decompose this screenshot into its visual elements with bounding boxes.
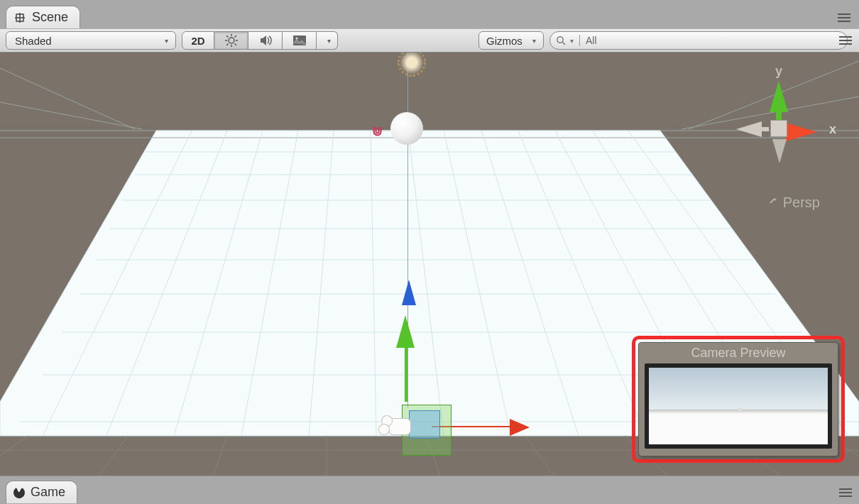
- svg-line-54: [99, 436, 128, 476]
- svg-line-53: [0, 436, 28, 476]
- image-icon: [292, 35, 307, 46]
- camera-preview-render: [645, 363, 832, 449]
- scene-toolbar: Shaded ▾ 2D: [0, 28, 859, 53]
- effects-dropdown[interactable]: ▾: [317, 31, 338, 50]
- svg-line-9: [234, 44, 236, 46]
- scene-viewport[interactable]: ⋓ y x Persp Camera Preview: [0, 53, 859, 476]
- toggle-2d-label: 2D: [191, 35, 204, 47]
- orientation-gizmo[interactable]: y x: [724, 60, 831, 187]
- audio-listener-icon: ⋓: [372, 124, 383, 139]
- chevron-down-icon: ▾: [532, 37, 536, 45]
- svg-rect-0: [838, 13, 850, 15]
- svg-line-8: [226, 35, 229, 38]
- tab-scene-label: Scene: [32, 10, 68, 25]
- svg-point-13: [295, 37, 297, 39]
- svg-line-15: [563, 43, 566, 45]
- svg-rect-16: [839, 36, 852, 38]
- chevron-down-icon: ▾: [165, 37, 168, 45]
- svg-rect-63: [839, 492, 852, 493]
- gizmo-label-y: y: [775, 64, 782, 79]
- tab-game[interactable]: Game: [6, 481, 77, 503]
- gizmo-y-axis[interactable]: [396, 315, 415, 348]
- chevron-down-icon: ▾: [327, 37, 331, 45]
- search-icon: [556, 35, 566, 45]
- draw-mode-dropdown[interactable]: Shaded ▾: [6, 31, 176, 50]
- chevron-down-icon: ▾: [570, 37, 574, 45]
- projection-mode[interactable]: Persp: [767, 195, 820, 211]
- speaker-icon: [258, 33, 273, 48]
- sphere-object[interactable]: [390, 112, 423, 145]
- camera-preview-panel[interactable]: Camera Preview: [638, 342, 838, 456]
- sun-icon: [224, 33, 239, 48]
- preview-sphere: [738, 407, 743, 412]
- svg-line-24: [0, 102, 142, 129]
- svg-line-10: [226, 44, 229, 46]
- camera-gizmo-icon[interactable]: [389, 419, 410, 434]
- gizmo-y-stem: [405, 348, 407, 402]
- toolbar-overflow-icon[interactable]: [836, 31, 855, 50]
- game-icon: [11, 485, 27, 500]
- gizmo-label-x: x: [829, 122, 836, 137]
- toggle-audio[interactable]: [248, 31, 283, 50]
- gizmo-x-axis[interactable]: [510, 419, 530, 436]
- toggle-2d[interactable]: 2D: [182, 31, 214, 50]
- gizmos-dropdown[interactable]: Gizmos ▾: [478, 31, 544, 50]
- gizmo-center[interactable]: [770, 120, 787, 137]
- svg-line-11: [234, 35, 236, 38]
- preview-sky: [649, 368, 828, 410]
- svg-rect-18: [839, 43, 852, 45]
- lock-open-icon: [767, 197, 779, 209]
- camera-preview-highlight: Camera Preview: [632, 336, 845, 463]
- gizmo-plane-handle[interactable]: [409, 410, 440, 439]
- search-placeholder: All: [586, 35, 597, 46]
- panel-menu-icon[interactable]: [836, 483, 855, 502]
- gizmo-axis-y[interactable]: [770, 81, 788, 112]
- draw-mode-value: Shaded: [15, 35, 52, 47]
- scene-icon: [13, 11, 26, 24]
- gizmos-label: Gizmos: [486, 35, 522, 47]
- separator: [579, 35, 580, 46]
- svg-point-14: [557, 37, 563, 43]
- svg-rect-17: [839, 40, 852, 41]
- gizmo-z-axis[interactable]: [402, 280, 416, 305]
- tab-scene[interactable]: Scene: [6, 6, 80, 28]
- panel-menu-icon[interactable]: [835, 9, 853, 27]
- toggle-effects[interactable]: [283, 31, 317, 50]
- scene-search[interactable]: ▾ All: [549, 31, 848, 50]
- gizmo-axis-x[interactable]: [786, 123, 817, 141]
- gizmo-axis-y-neg[interactable]: [772, 139, 787, 163]
- scene-toggle-group: 2D: [182, 31, 338, 50]
- svg-line-26: [0, 68, 135, 129]
- svg-line-58: [525, 436, 554, 476]
- projection-label: Persp: [783, 195, 820, 211]
- svg-point-3: [229, 38, 234, 43]
- preview-ground: [649, 410, 828, 444]
- svg-line-55: [213, 436, 227, 476]
- gizmo-axis-z-neg[interactable]: [736, 121, 762, 137]
- tab-game-label: Game: [31, 485, 65, 500]
- y-axis-line: [407, 53, 408, 407]
- camera-preview-title: Camera Preview: [639, 343, 838, 363]
- toggle-lighting[interactable]: [214, 31, 248, 50]
- svg-rect-2: [838, 21, 850, 22]
- svg-rect-62: [839, 488, 852, 490]
- svg-rect-1: [838, 17, 850, 18]
- svg-rect-64: [839, 495, 852, 497]
